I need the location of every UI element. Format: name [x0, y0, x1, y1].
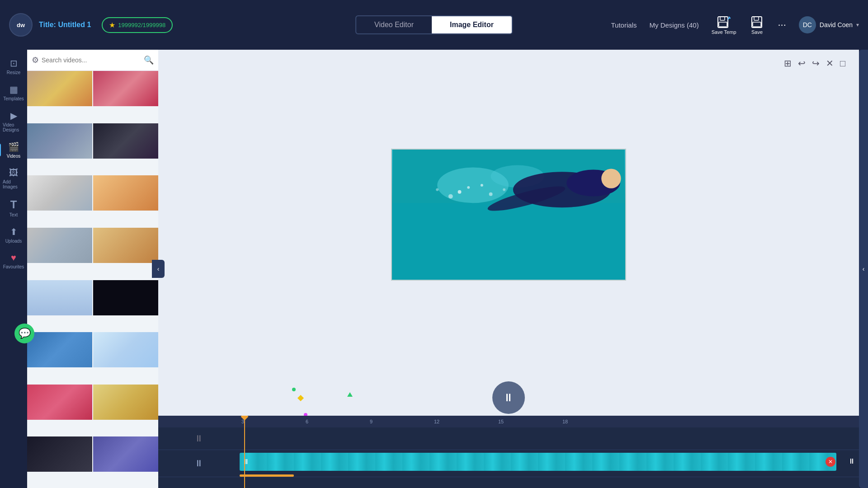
track-label-2: ⏸: [158, 458, 240, 469]
sidebar-label-uploads: Uploads: [5, 239, 22, 244]
more-options-button[interactable]: ···: [778, 19, 786, 31]
timeline-playhead[interactable]: [244, 416, 245, 488]
user-menu[interactable]: DC David Coen ▾: [799, 16, 859, 33]
clip-end-icon: ⏸: [848, 457, 855, 465]
video-designs-icon: ▶: [10, 110, 17, 121]
list-item[interactable]: [27, 280, 92, 315]
expand-button[interactable]: □: [840, 58, 845, 69]
ruler-marks: 3 6 9 12 15 18: [240, 416, 859, 427]
templates-icon: ▦: [9, 84, 18, 95]
grid-view-button[interactable]: ⊞: [784, 58, 792, 69]
svg-rect-6: [754, 17, 759, 20]
sidebar-label-resize: Resize: [7, 70, 21, 75]
app-logo: dw: [9, 13, 33, 37]
swimmer-svg: [392, 150, 625, 280]
close-canvas-button[interactable]: ✕: [826, 58, 834, 69]
save-temp-button[interactable]: Save Temp: [712, 15, 736, 35]
list-item[interactable]: [27, 228, 92, 263]
chevron-down-icon: ▾: [856, 22, 859, 28]
collapse-panel-button[interactable]: ‹: [152, 260, 165, 278]
list-item[interactable]: [93, 71, 158, 106]
star-icon: ★: [109, 21, 115, 29]
tutorials-link[interactable]: Tutorials: [611, 21, 637, 29]
video-clip[interactable]: ⏸: [240, 453, 836, 471]
deco-dot-green: [292, 388, 296, 391]
chat-bubble-button[interactable]: 💬: [14, 324, 34, 343]
media-panel: ⚙ 🔍 ‹: [27, 50, 158, 488]
deco-diamond: [297, 395, 304, 401]
list-item[interactable]: [93, 332, 158, 367]
list-item[interactable]: [93, 385, 158, 420]
track-content-2[interactable]: ⏸ ✕ ⏸: [240, 450, 859, 477]
canvas-area: ⊞ ↩ ↪ ✕ □: [158, 50, 859, 416]
sidebar-item-text[interactable]: T Text: [1, 195, 26, 221]
video-preview: [391, 149, 626, 281]
resize-icon: ⊡: [10, 58, 18, 69]
list-item[interactable]: [27, 175, 92, 211]
list-item[interactable]: [93, 175, 158, 211]
sidebar-item-videos[interactable]: 🎬 Videos: [1, 138, 26, 162]
undo-button[interactable]: ↩: [798, 58, 806, 69]
tab-video-editor[interactable]: Video Editor: [356, 16, 432, 33]
ruler-mark: 9: [368, 419, 432, 424]
list-item[interactable]: [27, 436, 92, 472]
progress-bar: [240, 474, 294, 477]
list-item[interactable]: [93, 228, 158, 263]
sidebar-item-templates[interactable]: ▦ Templates: [1, 80, 26, 105]
ruler-mark: 15: [496, 419, 561, 424]
sidebar-label-text: Text: [9, 212, 18, 217]
list-item[interactable]: [93, 436, 158, 472]
list-item[interactable]: [27, 385, 92, 420]
my-designs-link[interactable]: My Designs (40): [649, 21, 698, 29]
timeline-area: 3 6 9 12 15 18 ⏸: [158, 416, 859, 488]
save-button[interactable]: Save: [749, 15, 765, 35]
stars-badge: ★ 1999992/1999998: [102, 17, 173, 33]
deco-triangle: [347, 392, 353, 397]
track-content-1: [240, 427, 859, 450]
top-right: Tutorials My Designs (40) Save Temp Save…: [611, 15, 859, 35]
list-item[interactable]: [93, 280, 158, 315]
track-icon-2: ⏸: [194, 458, 203, 469]
svg-point-18: [448, 194, 453, 199]
svg-point-22: [503, 188, 505, 191]
sidebar-item-uploads[interactable]: ⬆ Uploads: [1, 223, 26, 247]
timeline-ruler: 3 6 9 12 15 18: [158, 416, 859, 427]
list-item[interactable]: [27, 332, 92, 367]
search-input[interactable]: [42, 56, 141, 64]
sidebar-label-videos: Videos: [7, 154, 20, 159]
list-item[interactable]: [93, 123, 158, 159]
search-icon[interactable]: 🔍: [144, 55, 154, 65]
svg-rect-1: [720, 17, 725, 20]
list-item[interactable]: [27, 71, 92, 106]
sidebar-item-add-images[interactable]: 🖼 Add Images: [1, 164, 26, 193]
sidebar-label-favourites: Favourites: [3, 264, 24, 269]
media-grid: [27, 71, 158, 488]
tab-image-editor[interactable]: Image Editor: [432, 16, 512, 33]
list-item[interactable]: [27, 123, 92, 159]
remove-clip-button[interactable]: ✕: [826, 457, 835, 467]
sidebar-item-video-designs[interactable]: ▶ Video Designs: [1, 107, 26, 136]
workspace: ⊞ ↩ ↪ ✕ □: [158, 50, 859, 488]
svg-rect-7: [753, 22, 761, 27]
timeline-tracks: ⏸ ⏸ ⏸ ✕ ⏸: [158, 427, 859, 488]
sidebar-label-add-images: Add Images: [3, 179, 24, 189]
svg-rect-2: [719, 22, 727, 27]
videos-icon: 🎬: [8, 141, 19, 152]
pause-button[interactable]: ⏸: [492, 381, 525, 414]
svg-point-19: [481, 184, 483, 187]
filter-icon[interactable]: ⚙: [32, 55, 39, 65]
redo-button[interactable]: ↪: [812, 58, 820, 69]
svg-point-14: [601, 169, 621, 188]
track-label-1: ⏸: [158, 433, 240, 444]
sidebar-item-favourites[interactable]: ♥ Favourites: [1, 249, 26, 273]
ruler-mark: 12: [432, 419, 496, 424]
right-panel-toggle[interactable]: ‹: [859, 50, 868, 488]
svg-point-17: [467, 186, 470, 189]
save-temp-icon: [716, 15, 732, 29]
ruler-mark: 3: [240, 419, 304, 424]
main-layout: ⊡ Resize ▦ Templates ▶ Video Designs 🎬 V…: [0, 50, 868, 488]
sidebar-item-resize[interactable]: ⊡ Resize: [1, 54, 26, 79]
canvas-workspace: ⊞ ↩ ↪ ✕ □: [158, 50, 859, 380]
add-images-icon: 🖼: [9, 168, 18, 178]
avatar: DC: [799, 16, 816, 33]
